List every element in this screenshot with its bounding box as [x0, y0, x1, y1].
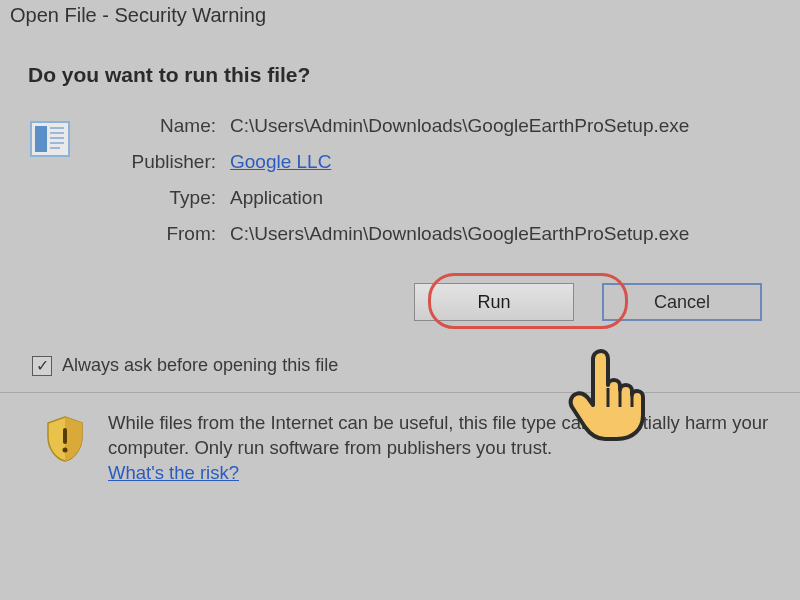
application-icon — [28, 117, 72, 161]
always-ask-label: Always ask before opening this file — [62, 355, 338, 376]
warning-shield-icon — [44, 415, 86, 463]
warning-text: While files from the Internet can be use… — [108, 412, 768, 458]
whats-the-risk-link[interactable]: What's the risk? — [108, 462, 239, 483]
type-value: Application — [230, 187, 772, 209]
window-title: Open File - Security Warning — [0, 0, 800, 35]
confirmation-question: Do you want to run this file? — [28, 63, 772, 87]
cancel-button[interactable]: Cancel — [602, 283, 762, 321]
svg-rect-1 — [35, 126, 47, 152]
name-value: C:\Users\Admin\Downloads\GoogleEarthProS… — [230, 115, 772, 137]
from-value: C:\Users\Admin\Downloads\GoogleEarthProS… — [230, 223, 772, 245]
svg-rect-3 — [50, 132, 64, 134]
svg-rect-2 — [50, 127, 64, 129]
svg-point-8 — [63, 448, 68, 453]
svg-rect-5 — [50, 142, 64, 144]
always-ask-checkbox[interactable]: ✓ — [32, 356, 52, 376]
publisher-link[interactable]: Google LLC — [230, 151, 331, 172]
name-label: Name: — [96, 115, 216, 137]
svg-rect-6 — [50, 147, 60, 149]
run-button[interactable]: Run — [414, 283, 574, 321]
publisher-label: Publisher: — [96, 151, 216, 173]
svg-rect-7 — [63, 428, 67, 444]
type-label: Type: — [96, 187, 216, 209]
from-label: From: — [96, 223, 216, 245]
svg-rect-4 — [50, 137, 64, 139]
